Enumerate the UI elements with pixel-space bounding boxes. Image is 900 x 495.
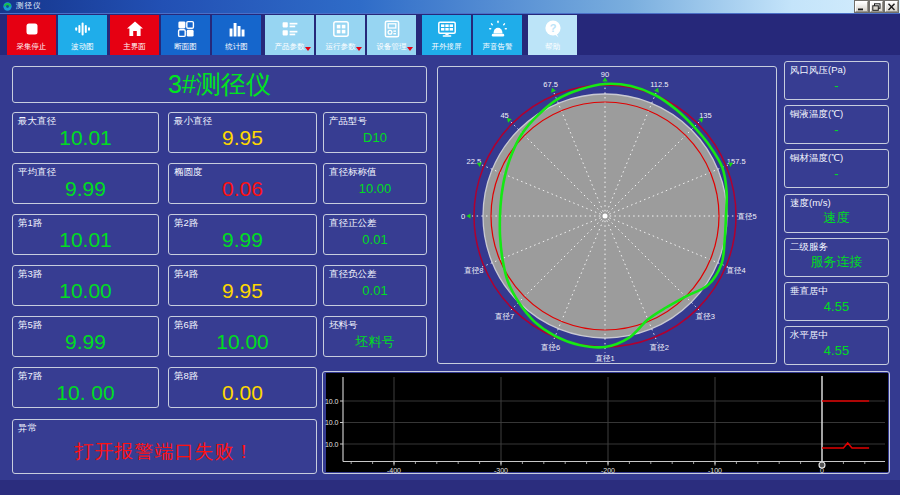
dropdown-arrow-icon — [407, 47, 413, 51]
metric-box-value: 0.06 — [169, 176, 316, 201]
angle-marker-icon — [466, 213, 470, 218]
x-tick-label: -100 — [708, 467, 722, 474]
toolbar-button-5[interactable]: 统计图 — [212, 15, 261, 55]
metric-box: 第7路10. 00 — [12, 367, 159, 408]
toolbar-button-label: 声音告警 — [473, 42, 522, 52]
sidebar-box: 垂直居中4.55 — [784, 282, 889, 321]
minimize-button[interactable] — [855, 1, 868, 12]
product-info-box: 产品型号D10 — [323, 112, 427, 153]
spoke-label: 90 — [601, 70, 609, 79]
sidebar-box: 铜液温度(℃)- — [784, 105, 889, 144]
spoke-label: 直径4 — [726, 266, 746, 275]
toolbar-button-label: 开外接屏 — [422, 42, 471, 52]
cross-section-panel: 022.54567.590112.5135157.5直径5直径4直径3直径2直径… — [437, 66, 777, 364]
spoke-label: 67.5 — [543, 80, 558, 89]
metric-box-value: 9.95 — [169, 125, 316, 150]
sidebar-box: 二级服务服务连接 — [784, 238, 889, 277]
metric-box: 椭圆度0.06 — [168, 163, 317, 204]
product-info-box: 坯料号坯料号 — [323, 316, 427, 357]
toolbar-button-11[interactable]: ?帮助 — [528, 15, 577, 55]
spoke-label: 直径6 — [540, 343, 560, 352]
sidebar-box-value: - — [785, 162, 888, 185]
cursor-marker — [819, 462, 825, 468]
toolbar-button-7[interactable]: 运行参数 — [316, 15, 365, 55]
trend-panel: 10.010.010.0-400-300-200-1000 — [322, 371, 890, 474]
close-button[interactable] — [885, 1, 898, 12]
product-info-box: 直径正公差0.01 — [323, 214, 427, 255]
metric-box: 第1路10.01 — [12, 214, 159, 255]
external-screen-icon — [437, 19, 457, 39]
x-tick-label: -400 — [387, 467, 401, 474]
gauge-title-box: 3#测径仪 — [12, 66, 427, 103]
run-params-icon — [331, 19, 351, 39]
dropdown-arrow-icon — [356, 47, 362, 51]
metric-box-value: 10.00 — [169, 329, 316, 354]
product-info-box: 直径负公差0.01 — [323, 265, 427, 306]
metric-box: 平均直径9.99 — [12, 163, 159, 204]
help-icon: ? — [543, 19, 563, 39]
product-info-box-value: D10 — [324, 125, 426, 150]
toolbar-button-6[interactable]: 产品参数 — [265, 15, 314, 55]
toolbar-button-3[interactable]: 主界面 — [110, 15, 159, 55]
svg-text:?: ? — [549, 22, 556, 34]
waveform-icon — [73, 19, 93, 39]
toolbar-button-label: 统计图 — [212, 42, 261, 52]
sidebar-box-value: 4.55 — [785, 339, 888, 362]
metric-box-value: 9.99 — [13, 329, 158, 354]
metric-box-value: 10.01 — [13, 125, 158, 150]
metric-box-value: 9.95 — [169, 278, 316, 303]
toolbar-button-label: 采集停止 — [7, 42, 56, 52]
spoke-label: 直径8 — [463, 266, 483, 275]
spoke-label: 112.5 — [650, 80, 668, 89]
metric-box: 最大直径10.01 — [12, 112, 159, 153]
x-tick-label: -200 — [601, 467, 615, 474]
home-icon — [125, 19, 145, 39]
toolbar-button-label: 断面图 — [161, 42, 210, 52]
sound-alarm-icon — [488, 19, 508, 39]
sidebar-box-value: 速度 — [785, 207, 888, 230]
window-title: 测径仪 — [16, 1, 42, 11]
sidebar-box: 铜材温度(℃)- — [784, 149, 889, 188]
device-manage-icon — [382, 19, 402, 39]
cross-section-icon — [176, 19, 196, 39]
spoke-label: 直径3 — [695, 312, 715, 321]
sidebar-box: 风口风压(Pa)- — [784, 61, 889, 100]
y-tick-label: 10.0 — [325, 398, 339, 405]
metric-box-value: 10.01 — [13, 227, 158, 252]
toolbar-button-label: 主界面 — [110, 42, 159, 52]
toolbar-button-8[interactable]: 设备管理 — [367, 15, 416, 55]
metric-box-value: 0.00 — [169, 380, 316, 405]
metric-box: 第6路10.00 — [168, 316, 317, 357]
maximize-button[interactable] — [870, 1, 883, 12]
sidebar-box-value: - — [785, 74, 888, 97]
metric-box: 第8路0.00 — [168, 367, 317, 408]
sidebar-box: 速度(m/s)速度 — [784, 194, 889, 233]
alarm-box: 异常 打开报警端口失败！ — [12, 419, 317, 474]
toolbar-button-4[interactable]: 断面图 — [161, 15, 210, 55]
toolbar: 采集停止波动图主界面断面图统计图产品参数运行参数设备管理开外接屏声音告警?帮助 — [0, 13, 900, 55]
toolbar-button-2[interactable]: 波动图 — [58, 15, 107, 55]
metric-box-value: 10. 00 — [13, 380, 158, 405]
cross-section-chart: 022.54567.590112.5135157.5直径5直径4直径3直径2直径… — [438, 67, 776, 363]
sidebar-box: 水平居中4.55 — [784, 326, 889, 365]
metric-box: 最小直径9.95 — [168, 112, 317, 153]
spoke-label: 直径2 — [649, 343, 669, 352]
metric-box: 第5路9.99 — [12, 316, 159, 357]
product-info-box-value: 0.01 — [324, 227, 426, 252]
metric-box: 第4路9.95 — [168, 265, 317, 306]
bar-chart-icon — [227, 19, 247, 39]
spoke-label: 直径5 — [736, 212, 756, 221]
metric-box: 第2路9.99 — [168, 214, 317, 255]
toolbar-button-9[interactable]: 开外接屏 — [422, 15, 471, 55]
sidebar-box-value: - — [785, 118, 888, 141]
app-icon — [3, 2, 12, 11]
toolbar-button-1[interactable]: 采集停止 — [7, 15, 56, 55]
product-info-box-value: 10.00 — [324, 176, 426, 201]
sidebar-box-value: 服务连接 — [785, 251, 888, 274]
toolbar-button-label: 波动图 — [58, 42, 107, 52]
metric-box-value: 10.00 — [13, 278, 158, 303]
product-info-box: 直径标称值10.00 — [323, 163, 427, 204]
metric-box: 第3路10.00 — [12, 265, 159, 306]
toolbar-button-10[interactable]: 声音告警 — [473, 15, 522, 55]
product-info-box-value: 坯料号 — [324, 329, 426, 354]
